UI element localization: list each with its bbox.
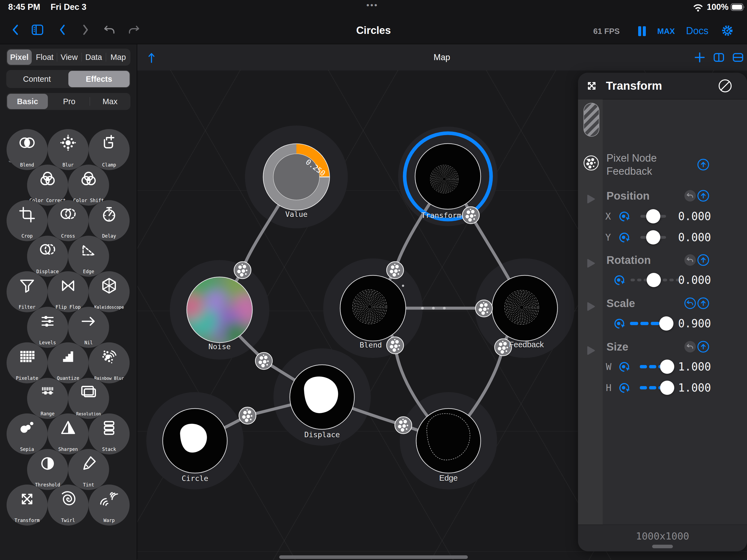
scale-dial-icon[interactable] (613, 316, 626, 330)
h-slider-fill[interactable] (640, 386, 647, 389)
y-dial-icon[interactable] (618, 230, 632, 244)
canvas-node-value[interactable]: 0.250 (263, 144, 330, 210)
port-displace-in-top[interactable] (255, 353, 272, 370)
library-node-crop[interactable]: Crop (6, 200, 48, 241)
port-blend-out[interactable] (387, 337, 404, 354)
nav-forward-icon[interactable] (78, 23, 92, 36)
library-node-blend[interactable]: Blend (6, 129, 48, 170)
position-publish-icon[interactable] (697, 189, 710, 202)
library-node-stack[interactable]: Stack (88, 413, 130, 455)
library-node-levels[interactable]: Levels (27, 307, 68, 348)
library-node-clamp[interactable]: Clamp (88, 129, 130, 170)
redo-icon[interactable] (127, 23, 141, 36)
add-node-icon[interactable] (693, 51, 706, 64)
tab-basic[interactable]: Basic (7, 94, 48, 109)
rotation-slider-track[interactable] (669, 279, 674, 281)
canvas-node-edge[interactable] (416, 408, 481, 473)
tab-pixel[interactable]: Pixel (7, 50, 32, 65)
tab-float[interactable]: Float (32, 50, 57, 65)
library-node-threshold[interactable]: Threshold (27, 449, 68, 490)
port-feedback-in[interactable] (475, 300, 492, 317)
split-horizontal-icon[interactable] (731, 51, 745, 64)
tab-map[interactable]: Map (106, 50, 130, 65)
sidebar-toggle-icon[interactable] (31, 23, 44, 36)
library-node-sharpen[interactable]: Sharpen (48, 413, 88, 455)
max-quality-button[interactable]: MAX (657, 27, 675, 36)
port-blend-in[interactable] (387, 262, 404, 279)
library-node-flip-flop[interactable]: Flip Flop (48, 271, 88, 312)
library-node-delay[interactable]: Delay (88, 200, 130, 241)
library-node-sepia[interactable]: Sepia (6, 413, 48, 455)
library-node-nil[interactable]: Nil (68, 307, 109, 348)
size-reset-icon[interactable] (684, 341, 696, 353)
up-arrow-icon[interactable] (145, 51, 158, 64)
library-node-displace[interactable]: Displace (27, 236, 68, 277)
undo-icon[interactable] (103, 23, 116, 36)
rotation-slider-track[interactable] (663, 279, 667, 281)
scale-slider-thumb[interactable] (659, 316, 673, 331)
scale-slider-fill[interactable] (651, 322, 660, 325)
scale-reset-icon[interactable] (684, 297, 696, 309)
w-slider-fill[interactable] (649, 365, 656, 368)
library-node-pixelate[interactable]: Pixelate (6, 342, 48, 383)
panel-drag-handle[interactable] (652, 545, 673, 548)
tab-data[interactable]: Data (81, 50, 106, 65)
canvas-node-blend[interactable] (340, 275, 406, 341)
canvas-node-feedback[interactable] (492, 275, 558, 341)
w-dial-icon[interactable] (618, 360, 632, 374)
scale-slider-fill[interactable] (630, 322, 638, 325)
library-node-kaleidoscope[interactable]: Kaleidoscope (88, 271, 130, 312)
back-chevron-icon[interactable] (9, 23, 22, 36)
w-slider-thumb[interactable] (660, 360, 674, 374)
w-slider-fill[interactable] (640, 365, 647, 368)
library-node-tint[interactable]: Tint (68, 449, 109, 490)
rotation-slider-track[interactable] (630, 279, 635, 281)
scale-publish-icon[interactable] (697, 297, 710, 309)
library-node-transform[interactable]: Transform (6, 485, 48, 526)
library-node-blur[interactable]: Blur (48, 129, 88, 170)
alpha-pattern-swatch[interactable] (584, 103, 599, 137)
pixel-node-icon[interactable] (583, 155, 599, 171)
library-node-rainbow-blur[interactable]: Rainbow Blur (88, 342, 130, 383)
library-node-edge[interactable]: Edge (68, 236, 109, 277)
tab-content[interactable]: Content (6, 71, 68, 87)
rotation-reset-icon[interactable] (684, 254, 696, 266)
home-indicator[interactable] (279, 555, 468, 559)
x-slider-thumb[interactable] (646, 209, 660, 223)
rotation-dial-icon[interactable] (613, 273, 626, 287)
rotation-slider-thumb[interactable] (647, 273, 661, 287)
tab-pro[interactable]: Pro (49, 94, 89, 109)
tab-effects[interactable]: Effects (68, 71, 130, 87)
y-slider-thumb[interactable] (646, 230, 660, 245)
scale-play-icon[interactable] (584, 299, 598, 314)
h-slider-fill[interactable] (649, 386, 656, 389)
port-transform-out[interactable] (462, 207, 479, 224)
split-vertical-icon[interactable] (712, 51, 725, 64)
port-displace-in-left[interactable] (239, 407, 256, 424)
library-node-color-shift[interactable]: Color Shift (68, 164, 109, 206)
docs-button[interactable]: Docs (686, 25, 709, 36)
size-publish-icon[interactable] (697, 340, 710, 353)
library-node-resolution[interactable]: Resolution (68, 378, 109, 419)
canvas-node-displace[interactable] (290, 365, 354, 429)
scale-slider-fill[interactable] (640, 322, 649, 325)
rotation-slider-track[interactable] (637, 279, 641, 281)
position-play-icon[interactable] (584, 192, 598, 206)
publish-up-icon[interactable] (697, 158, 710, 171)
pause-icon[interactable] (636, 25, 650, 39)
canvas-node-circle[interactable] (163, 408, 227, 473)
tab-max[interactable]: Max (90, 94, 130, 109)
status-menu-dots[interactable]: ••• (366, 1, 379, 10)
settings-gear-icon[interactable] (720, 24, 734, 37)
library-node-quantize[interactable]: Quantize (48, 342, 88, 383)
h-dial-icon[interactable] (618, 381, 632, 394)
canvas-node-transform[interactable] (415, 144, 481, 209)
library-node-range[interactable]: Range (27, 378, 68, 419)
rotation-publish-icon[interactable] (697, 254, 710, 266)
size-play-icon[interactable] (584, 343, 598, 358)
library-node-warp[interactable]: Warp (88, 485, 130, 526)
library-node-color-correct[interactable]: Color Correct (27, 164, 68, 206)
library-node-cross[interactable]: Cross (48, 200, 88, 241)
library-node-filter[interactable]: Filter (6, 271, 48, 312)
nav-back-icon[interactable] (56, 23, 70, 36)
